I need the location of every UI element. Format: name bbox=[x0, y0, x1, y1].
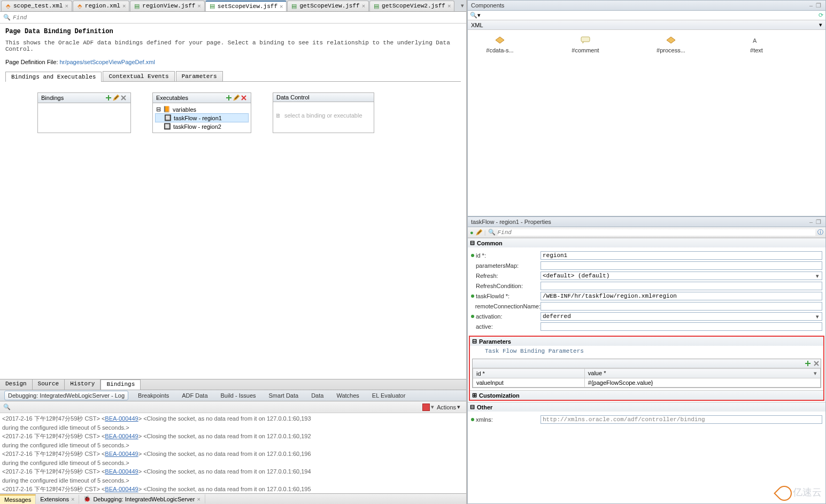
editor-tab[interactable]: ▤regionView.jsff× bbox=[130, 1, 204, 11]
pmap-field[interactable] bbox=[541, 261, 822, 270]
close-icon[interactable]: × bbox=[362, 3, 365, 9]
add-icon[interactable] bbox=[105, 94, 112, 102]
component-item[interactable]: #comment bbox=[564, 35, 607, 211]
component-item[interactable]: #cdata-s... bbox=[478, 35, 521, 211]
log-code-link[interactable]: BEA-000449 bbox=[105, 468, 138, 475]
inner-tab[interactable]: Bindings and Executables bbox=[5, 72, 102, 82]
section-common[interactable]: ⊟Common bbox=[468, 238, 825, 247]
add-icon[interactable] bbox=[225, 94, 233, 102]
restore-icon[interactable]: ❐ bbox=[815, 2, 822, 9]
close-icon[interactable]: × bbox=[447, 3, 451, 9]
close-icon[interactable]: × bbox=[122, 3, 126, 9]
status-tab[interactable]: Extensions× bbox=[36, 495, 79, 503]
close-icon[interactable]: × bbox=[197, 3, 200, 9]
param-id[interactable]: valueInput bbox=[473, 378, 585, 387]
close-icon[interactable]: × bbox=[65, 3, 68, 9]
bottom-tab[interactable]: History bbox=[65, 379, 101, 390]
chevron-down-icon[interactable]: ▾ bbox=[819, 21, 822, 28]
debug-tab[interactable]: Data bbox=[308, 391, 327, 400]
tab-list-icon[interactable]: ▾ bbox=[461, 2, 464, 9]
activation-select[interactable] bbox=[541, 312, 822, 321]
help-icon[interactable]: ⓘ bbox=[817, 228, 823, 236]
minimize-icon[interactable]: – bbox=[807, 218, 815, 226]
editor-tab[interactable]: ▤setScopeView.jsff× bbox=[205, 1, 287, 11]
close-icon[interactable]: × bbox=[280, 3, 283, 10]
delete-icon[interactable] bbox=[240, 94, 248, 102]
editor-tab[interactable]: ▤getScopeView.jsff× bbox=[287, 1, 369, 11]
page-def-link[interactable]: hr/pages/setScopeViewPageDef.xml bbox=[60, 59, 155, 65]
expand-icon: ⊞ bbox=[472, 392, 477, 399]
editor-tab[interactable]: ⬘scope_test.xml× bbox=[1, 1, 72, 11]
chevron-down-icon[interactable]: ▾ bbox=[814, 370, 817, 377]
bottom-tab[interactable]: Source bbox=[33, 379, 65, 390]
inner-tab[interactable]: Parameters bbox=[176, 71, 223, 81]
component-label: #text bbox=[750, 47, 763, 53]
status-tab[interactable]: 🐞Debugging: IntegratedWebLogicServer× bbox=[79, 494, 205, 503]
bottom-tab[interactable]: Design bbox=[0, 379, 33, 390]
search-icon: 🔍 bbox=[488, 229, 496, 236]
xmlns-field[interactable] bbox=[541, 415, 822, 424]
log-code-link[interactable]: BEA-000449 bbox=[105, 451, 138, 457]
section-other[interactable]: ⊟Other bbox=[468, 402, 825, 412]
debug-tab[interactable]: Debugging: IntegratedWebLogicServer - Lo… bbox=[4, 391, 128, 400]
parameters-table[interactable]: id * value *▾ valueInput#{pageFlowScope.… bbox=[473, 368, 821, 387]
executable-item[interactable]: ⊟📙variables bbox=[155, 105, 249, 113]
status-tab[interactable]: Messages bbox=[0, 494, 36, 504]
stop-icon[interactable] bbox=[422, 404, 430, 411]
actions-menu[interactable]: Actions ▾ bbox=[434, 402, 463, 412]
col-value[interactable]: value *▾ bbox=[584, 369, 820, 378]
bottom-tab[interactable]: Bindings bbox=[101, 379, 141, 390]
tfid-field[interactable] bbox=[541, 292, 822, 300]
rcond-field[interactable] bbox=[541, 282, 822, 290]
log-code-link[interactable]: BEA-000449 bbox=[105, 433, 138, 439]
active-field[interactable] bbox=[541, 322, 822, 331]
log-code-link[interactable]: BEA-000449 bbox=[105, 415, 138, 422]
param-value[interactable]: #{pageFlowScope.value} bbox=[584, 378, 820, 387]
file-icon: ⬘ bbox=[5, 3, 11, 9]
debug-tab[interactable]: ADF Data bbox=[179, 391, 211, 400]
log-code-link[interactable]: BEA-000449 bbox=[105, 486, 138, 492]
debug-tab[interactable]: Build - Issues bbox=[218, 391, 259, 400]
editor-tab[interactable]: ⬘region.xml× bbox=[73, 1, 129, 11]
refresh-icon[interactable]: ⟳ bbox=[819, 12, 823, 19]
debug-tab[interactable]: EL Evaluator bbox=[369, 391, 409, 400]
delete-icon[interactable] bbox=[120, 94, 127, 102]
table-row[interactable]: valueInput#{pageFlowScope.value} bbox=[473, 378, 821, 387]
id-field[interactable] bbox=[541, 251, 822, 260]
properties-title: taskFlow - region1 - Properties bbox=[471, 219, 551, 225]
executable-item[interactable]: 🔲taskFlow - region1 bbox=[155, 113, 249, 122]
rcn-field[interactable] bbox=[541, 302, 822, 311]
find-input[interactable] bbox=[13, 14, 463, 21]
edit-icon[interactable] bbox=[112, 94, 120, 102]
component-item[interactable]: #process... bbox=[650, 35, 692, 211]
inner-tab[interactable]: Contextual Events bbox=[103, 71, 174, 81]
col-id[interactable]: id * bbox=[473, 369, 585, 378]
delete-icon[interactable] bbox=[813, 360, 820, 367]
debug-tab[interactable]: Watches bbox=[333, 391, 362, 400]
close-icon[interactable]: × bbox=[197, 496, 200, 502]
restore-icon[interactable]: ❐ bbox=[815, 218, 822, 226]
debug-tab[interactable]: Smart Data bbox=[266, 391, 302, 400]
log-output[interactable]: <2017-2-16 下午12时47分59秒 CST> <BEA-000449>… bbox=[0, 413, 466, 493]
item-label: taskFlow - region2 bbox=[173, 123, 221, 130]
refresh-select[interactable] bbox=[541, 272, 822, 280]
close-icon[interactable]: × bbox=[71, 496, 74, 502]
component-item[interactable]: A#text bbox=[735, 35, 778, 211]
section-parameters[interactable]: ⊟Parameters bbox=[470, 337, 823, 346]
minimize-icon[interactable]: – bbox=[807, 2, 815, 9]
components-search[interactable] bbox=[481, 12, 819, 19]
executable-item[interactable]: 🔲taskFlow - region2 bbox=[155, 122, 249, 130]
collapse-icon: ⊟ bbox=[470, 404, 475, 410]
log-search-input[interactable] bbox=[11, 404, 418, 410]
collapse-icon: ⊟ bbox=[472, 338, 477, 345]
edit-icon[interactable] bbox=[233, 94, 240, 102]
section-customization[interactable]: ⊞Customization bbox=[470, 390, 823, 400]
file-icon: ▤ bbox=[134, 3, 140, 9]
properties-find[interactable] bbox=[498, 229, 815, 236]
components-category[interactable]: XML bbox=[471, 22, 483, 28]
tree-toggle-icon[interactable]: ⊟ bbox=[156, 106, 161, 113]
add-icon[interactable] bbox=[805, 360, 811, 367]
edit-icon[interactable] bbox=[476, 229, 482, 236]
debug-tab[interactable]: Breakpoints bbox=[135, 391, 172, 400]
editor-tab[interactable]: ▤getScopeView2.jsff× bbox=[369, 1, 454, 11]
